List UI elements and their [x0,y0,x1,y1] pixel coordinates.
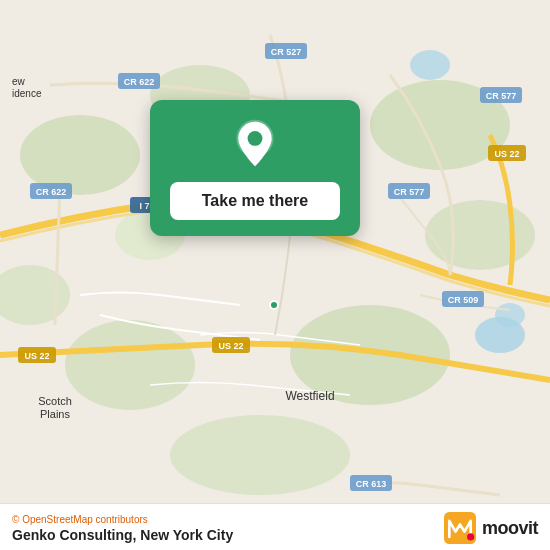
svg-text:idence: idence [12,88,42,99]
moovit-brand-text: moovit [482,518,538,539]
take-me-there-button[interactable]: Take me there [170,182,340,220]
svg-text:ew: ew [12,76,26,87]
svg-text:Westfield: Westfield [285,389,334,403]
moovit-m-icon [444,512,476,544]
svg-point-42 [248,131,263,146]
map-container: CR 527 CR 622 CR 577 I 78 CR 622 CR 577 … [0,0,550,550]
bottom-left-info: © OpenStreetMap contributors Genko Consu… [12,514,233,543]
svg-text:Plains: Plains [40,408,70,420]
svg-point-5 [65,320,195,410]
map-svg: CR 527 CR 622 CR 577 I 78 CR 622 CR 577 … [0,0,550,550]
bottom-bar: © OpenStreetMap contributors Genko Consu… [0,503,550,550]
svg-text:Scotch: Scotch [38,395,72,407]
popup-card: Take me there [150,100,360,236]
svg-point-3 [425,200,535,270]
osm-credit: © OpenStreetMap contributors [12,514,233,525]
osm-link[interactable]: OpenStreetMap [22,514,93,525]
svg-text:CR 577: CR 577 [394,187,425,197]
svg-text:CR 613: CR 613 [356,479,387,489]
svg-point-11 [410,50,450,80]
svg-text:CR 622: CR 622 [124,77,155,87]
svg-point-39 [270,301,278,309]
svg-point-6 [170,415,350,495]
svg-text:US 22: US 22 [218,341,243,351]
svg-point-10 [495,303,525,327]
osm-credit-suffix: contributors [93,514,148,525]
svg-point-44 [467,533,474,540]
osm-credit-prefix: © [12,514,22,525]
svg-text:US 22: US 22 [24,351,49,361]
svg-text:CR 527: CR 527 [271,47,302,57]
svg-text:CR 577: CR 577 [486,91,517,101]
svg-point-7 [0,265,70,325]
svg-text:CR 622: CR 622 [36,187,67,197]
moovit-logo: moovit [444,512,538,544]
svg-text:CR 509: CR 509 [448,295,479,305]
svg-text:US 22: US 22 [494,149,519,159]
location-name: Genko Consulting, New York City [12,527,233,543]
location-pin-icon [229,118,281,170]
